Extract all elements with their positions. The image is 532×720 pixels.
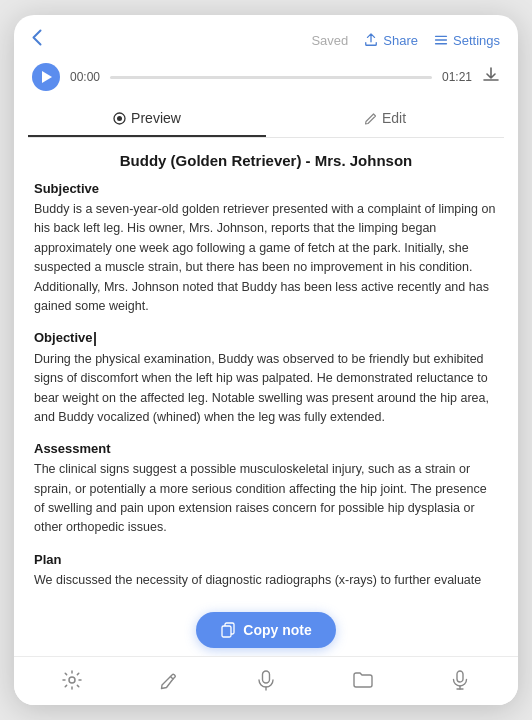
download-button[interactable] [482,66,500,88]
back-button[interactable] [32,29,42,51]
document-title: Buddy (Golden Retriever) - Mrs. Johnson [34,152,498,169]
section-assessment: Assessment The clinical signs suggest a … [34,441,498,538]
settings-button[interactable]: Settings [434,33,500,48]
header: Saved Share Settings [14,15,518,57]
nav-settings-button[interactable] [61,669,83,691]
app-card: Saved Share Settings 00:00 01:21 [14,15,518,705]
svg-rect-6 [222,626,231,637]
audio-player: 00:00 01:21 [14,57,518,101]
nav-mic-button[interactable] [255,669,277,691]
section-subjective-heading: Subjective [34,181,498,196]
tab-edit[interactable]: Edit [266,101,504,137]
section-assessment-body: The clinical signs suggest a possible mu… [34,460,498,538]
svg-point-7 [69,677,75,683]
section-objective-heading: Objective [34,330,498,346]
nav-edit-button[interactable] [158,669,180,691]
section-plan-heading: Plan [34,552,498,567]
copy-note-container: Copy note [14,602,518,656]
saved-label: Saved [311,33,348,48]
svg-point-4 [117,116,122,121]
audio-time-start: 00:00 [70,70,100,84]
copy-note-label: Copy note [243,622,311,638]
play-button[interactable] [32,63,60,91]
audio-progress-bar[interactable] [110,76,432,79]
svg-rect-10 [457,671,463,682]
nav-microphone-button[interactable] [449,669,471,691]
section-plan-body: We discussed the necessity of diagnostic… [34,571,498,590]
tab-edit-label: Edit [382,110,406,126]
svg-rect-1 [435,39,447,40]
svg-rect-8 [262,671,269,683]
tab-preview[interactable]: Preview [28,101,266,137]
nav-folder-button[interactable] [352,669,374,691]
svg-rect-2 [435,43,447,44]
section-objective-body: During the physical examination, Buddy w… [34,350,498,428]
section-subjective: Subjective Buddy is a seven-year-old gol… [34,181,498,316]
share-label: Share [383,33,418,48]
copy-icon [220,622,236,638]
section-plan: Plan We discussed the necessity of diagn… [34,552,498,590]
section-assessment-heading: Assessment [34,441,498,456]
section-objective: Objective During the physical examinatio… [34,330,498,427]
document-content: Buddy (Golden Retriever) - Mrs. Johnson … [14,138,518,656]
play-icon [42,71,52,83]
tab-preview-label: Preview [131,110,181,126]
svg-rect-0 [435,36,447,37]
bottom-nav [14,656,518,705]
section-subjective-body: Buddy is a seven-year-old golden retriev… [34,200,498,316]
settings-label: Settings [453,33,500,48]
audio-time-end: 01:21 [442,70,472,84]
text-cursor [94,332,96,346]
share-button[interactable]: Share [364,33,418,48]
tab-bar: Preview Edit [28,101,504,138]
copy-note-button[interactable]: Copy note [196,612,335,648]
